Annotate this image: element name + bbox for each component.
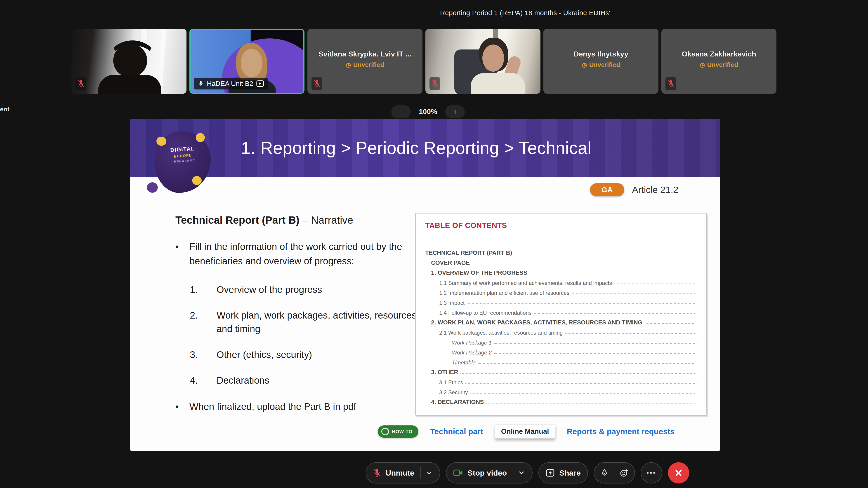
clock-icon: ◷ [700,62,705,68]
zoom-out-button[interactable]: − [391,105,411,119]
bullet-item: • Fill in the information of the work ca… [176,239,418,268]
reactions-smiley-icon[interactable] [620,468,629,477]
toc-leader [470,393,696,394]
unverified-label: Unverified [589,61,620,68]
numbered-list: 1. Overview of the progress 2. Work plan… [190,283,418,387]
toc-leader [465,383,696,384]
bullet-icon: • [176,399,189,414]
participant-tile-hadea[interactable]: HaDEA Unit B2 [189,29,305,94]
mic-muted-icon [311,77,322,90]
record-icon[interactable] [600,468,609,477]
unmute-button-group[interactable]: Unmute [366,462,440,484]
mic-muted-icon [430,77,440,90]
participant-name-label: HaDEA Unit B2 [194,78,268,90]
zoom-controls: − 100% + [391,105,465,119]
unverified-label: Unverified [353,61,384,68]
toc-leader [486,403,696,403]
toc-entry: Work Package 1 [452,339,492,346]
close-x-icon: ✕ [674,467,683,479]
logo-satellite-blob [147,182,158,193]
share-button[interactable]: Share [538,462,588,484]
chevron-down-icon[interactable] [518,469,525,477]
list-text: Declarations [217,374,418,387]
list-text: Other (ethics, security) [217,348,418,361]
toc-leader [460,373,696,374]
technical-part-link[interactable]: Technical part [430,427,483,436]
ga-badge: GA [590,183,624,196]
zoom-level: 100% [419,108,437,116]
chevron-down-icon[interactable] [425,469,433,477]
divider [513,466,513,479]
slide-heading-rest-text: – Narrative [302,214,353,226]
toc-leader [614,284,696,284]
toc-entry: 3.1 Ethics [439,379,463,386]
toc-entry: COVER PAGE [431,259,470,266]
toc-entry: 1.4 Follow-up to EU recommendations [439,310,531,316]
shared-slide: 1. Reporting > Periodic Reporting > Tech… [130,119,720,451]
person-silhouette [471,73,525,94]
person-silhouette [483,44,504,72]
share-label: Share [559,468,581,477]
camera-on-icon [453,469,463,477]
toc-leader [478,363,696,364]
divider [615,466,615,479]
toc-entry: 2.1 Work packages, activities, resources… [439,330,563,336]
ellipsis-icon: ••• [647,469,656,477]
participant-name: Oksana Zakharkevich [661,50,776,58]
toc-leader [572,293,696,294]
play-circle-icon [381,428,389,435]
article-reference: Article 21.2 [632,185,678,195]
toc-leader [530,273,696,274]
more-options-button[interactable]: ••• [641,462,662,484]
participant-tile-denys[interactable]: Denys Ilnytskyy ◷ Unverified [544,29,658,94]
record-reactions-group [594,462,635,484]
divider [420,466,421,479]
toc-leader [534,313,696,314]
star-icon [196,133,205,142]
list-text: Work plan, work packages, activities, re… [217,308,418,336]
control-bar: Unmute Stop video Share [366,462,689,484]
participant-name: Svitlana Skrypka. Lviv IT ... [307,50,423,58]
participant-tile-1[interactable] [71,29,186,94]
toc-entry: 1.3 Impact [439,300,465,306]
toc-leader [472,264,696,264]
unverified-badge: ◷ Unverified [307,61,423,68]
online-manual-button[interactable]: Online Manual [495,424,555,438]
stop-video-button-group[interactable]: Stop video [446,462,533,484]
ga-article-row: GA Article 21.2 [590,183,678,196]
bullet-text: Fill in the information of the work carr… [189,239,418,268]
list-item: 1. Overview of the progress [190,283,418,296]
participant-tile-4[interactable] [426,29,540,94]
person-silhouette [241,49,262,77]
toc-leader [467,303,696,304]
mic-muted-icon [665,77,676,90]
unverified-badge: ◷ Unverified [661,61,776,68]
mic-muted-icon [373,468,381,478]
mic-muted-icon [75,77,86,90]
participant-tile-oksana[interactable]: Oksana Zakharkevich ◷ Unverified [661,29,776,94]
star-icon [156,137,166,146]
toc-entry: 1.1 Summary of work performed and achiev… [439,280,612,286]
participant-name: Denys Ilnytskyy [544,50,658,58]
how-to-label: HOW TO [392,429,412,434]
toc-leader [515,254,696,254]
toc-leader [494,343,696,344]
clock-icon: ◷ [346,62,351,68]
toc-entry: 2. WORK PLAN, WORK PACKAGES, ACTIVITIES,… [431,319,643,326]
mic-on-icon [198,80,204,87]
person-silhouette [113,43,147,77]
star-icon [192,176,202,185]
participant-tile-svitlana[interactable]: Svitlana Skrypka. Lviv IT ... ◷ Unverifi… [307,29,423,94]
how-to-button[interactable]: HOW TO [378,425,418,437]
leave-meeting-button[interactable]: ✕ [668,462,689,484]
unverified-badge: ◷ Unverified [544,61,658,68]
participant-name: HaDEA Unit B2 [207,80,253,88]
toc-leader [645,323,696,324]
zoom-in-button[interactable]: + [445,105,465,119]
toc-leader [565,333,696,334]
unverified-label: Unverified [707,61,738,68]
reports-payment-requests-link[interactable]: Reports & payment requests [567,427,675,436]
toc-entry: 3. OTHER [431,369,458,376]
participant-video [426,29,540,94]
toc-entry: 3.2 Security [439,389,468,396]
